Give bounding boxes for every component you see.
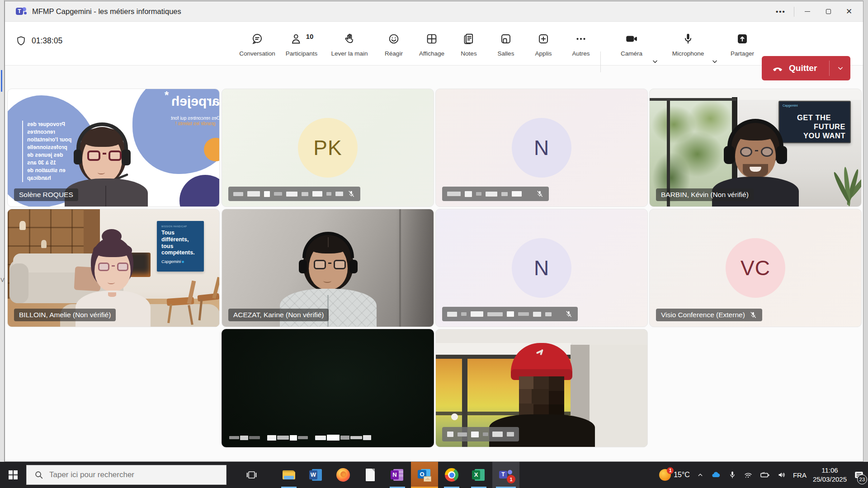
share-icon <box>736 29 749 49</box>
taskbar-teams[interactable]: T 1 <box>492 462 519 488</box>
tray-microphone[interactable] <box>725 462 740 488</box>
participants-count: 10 <box>306 33 314 40</box>
participant-tile-pk[interactable]: PK <box>222 89 434 207</box>
leave-chevron-icon[interactable] <box>836 64 845 73</box>
notepad-icon <box>363 468 377 482</box>
participant-tile-n1[interactable]: N <box>435 89 648 207</box>
mic-off-icon <box>749 311 757 319</box>
start-button[interactable] <box>0 462 26 488</box>
camera-button[interactable]: Caméra <box>609 25 654 63</box>
participants-icon <box>290 32 303 46</box>
clock-time: 11:06 <box>813 466 847 475</box>
mic-icon <box>728 470 737 479</box>
taskbar-excel[interactable]: X <box>465 462 492 488</box>
meeting-toolbar: 01:38:05 Conversation 10 Participants <box>5 22 863 66</box>
window-more-options-icon[interactable]: ••• <box>770 1 791 22</box>
react-button[interactable]: Réagir <box>372 25 415 63</box>
participant-tile-billoin-amelie[interactable]: MISSION HANDICAP Tous différents, tous c… <box>7 209 220 327</box>
participant-tile-visio-conference[interactable]: VC Visio Conference (Externe) <box>649 209 862 327</box>
tray-wifi[interactable] <box>740 462 756 488</box>
taskbar-onenote[interactable]: N <box>384 462 411 488</box>
raise-hand-button[interactable]: Lever la main <box>328 25 371 63</box>
action-center[interactable]: 23 <box>850 462 868 488</box>
window-title: MFMP Capgemini - les métiers informatiqu… <box>32 7 181 16</box>
taskbar-outlook[interactable]: O <box>411 462 438 488</box>
participant-tile-dark-video[interactable] <box>222 329 434 447</box>
glasses <box>98 263 128 271</box>
participant-name-label: BILLOIN, Amelie (Non vérifié) <box>14 309 116 321</box>
capgemini-screen: Capgemini GET THE FUTURE YOU WANT <box>778 101 851 143</box>
close-button[interactable]: ✕ <box>839 1 859 22</box>
speaker-icon <box>777 470 787 480</box>
taskbar-clock[interactable]: 11:0625/03/2025 <box>810 462 850 488</box>
task-view-button[interactable] <box>238 462 264 488</box>
tray-chevron-up[interactable] <box>693 462 708 488</box>
raise-hand-icon <box>343 29 356 49</box>
apps-button[interactable]: Applis <box>522 25 565 63</box>
microphone-chevron-icon[interactable] <box>710 57 719 66</box>
leave-label: Quitter <box>789 63 817 73</box>
toolbar-divider <box>600 52 601 72</box>
titlebar-divider <box>794 7 794 17</box>
tray-onedrive[interactable] <box>708 462 725 488</box>
tray-volume[interactable] <box>774 462 790 488</box>
background-accent-line <box>1 70 2 92</box>
share-button[interactable]: Partager <box>722 25 763 63</box>
teams-notification-badge: 1 <box>507 475 515 483</box>
background-letter: V <box>0 277 5 283</box>
apps-plus-icon <box>537 29 550 49</box>
more-button[interactable]: Autres <box>559 25 603 63</box>
participant-tile-n2[interactable]: N <box>435 209 648 327</box>
onenote-icon: N <box>391 468 404 482</box>
maximize-button[interactable] <box>818 1 839 22</box>
camera-chevron-icon[interactable] <box>651 57 660 66</box>
avatar: N <box>512 118 571 178</box>
headset-earcup <box>299 260 307 273</box>
leave-button[interactable]: Quitter <box>762 56 850 80</box>
taskbar-firefox[interactable] <box>330 462 357 488</box>
chrome-icon <box>445 468 458 482</box>
arpejeh-logo-blob: arpejeh* Des rencontres qui font grandir… <box>132 89 220 174</box>
participant-name-label-redacted <box>442 187 549 201</box>
tray-battery[interactable] <box>756 462 774 488</box>
participant-tile-acezat-karine[interactable]: ACEZAT, Karine (Non vérifié) <box>222 209 434 327</box>
camera-icon <box>624 29 639 49</box>
shield-icon <box>15 35 27 47</box>
participants-button[interactable]: 10 Participants <box>280 25 323 63</box>
taskbar-chrome[interactable] <box>438 462 465 488</box>
taskbar-file-explorer[interactable] <box>275 462 302 488</box>
chevron-up-icon <box>696 471 704 479</box>
rooms-button[interactable]: Salles <box>484 25 528 63</box>
weather-temp: 15°C <box>674 471 690 479</box>
participant-name-label: BARBIN, Kévin (Non vérifié) <box>656 188 754 201</box>
glasses <box>87 150 122 161</box>
participant-name-label: Visio Conference (Externe) <box>656 309 762 321</box>
participant-name-label: Solène ROQUES <box>14 188 78 201</box>
participant-name-label-redacted <box>228 187 360 201</box>
meeting-timer: 01:38:05 <box>32 36 62 46</box>
taskbar-word[interactable]: W <box>302 462 330 488</box>
notification-count: 23 <box>857 474 867 484</box>
microphone-button[interactable]: Microphone <box>663 25 713 63</box>
avatar: VC <box>726 238 785 298</box>
weather-widget[interactable]: 1 15°C <box>656 462 693 488</box>
glasses <box>740 147 773 157</box>
excel-icon: X <box>472 468 486 482</box>
participant-tile-red-beanie[interactable] <box>435 329 648 447</box>
taskbar-search[interactable] <box>26 465 226 485</box>
outlook-icon: O <box>418 468 431 482</box>
avatar: PK <box>298 118 358 178</box>
headphones-earcup <box>724 146 735 164</box>
participant-tile-solene-roques[interactable]: Provoquer des rencontres pour l'orientat… <box>7 89 220 207</box>
participant-tile-barbin-kevin[interactable]: Capgemini GET THE FUTURE YOU WANT <box>649 89 862 207</box>
rooms-icon <box>499 29 513 49</box>
windows-taskbar: W N O <box>0 462 868 488</box>
chat-button[interactable]: Conversation <box>236 25 279 63</box>
search-input[interactable] <box>49 470 212 479</box>
pixelated-face <box>519 376 564 418</box>
language-indicator[interactable]: FRA <box>790 462 810 488</box>
word-icon: W <box>309 468 323 482</box>
taskbar-notepad[interactable] <box>357 462 384 488</box>
minimize-button[interactable] <box>797 1 818 22</box>
mic-off-icon <box>565 310 573 318</box>
